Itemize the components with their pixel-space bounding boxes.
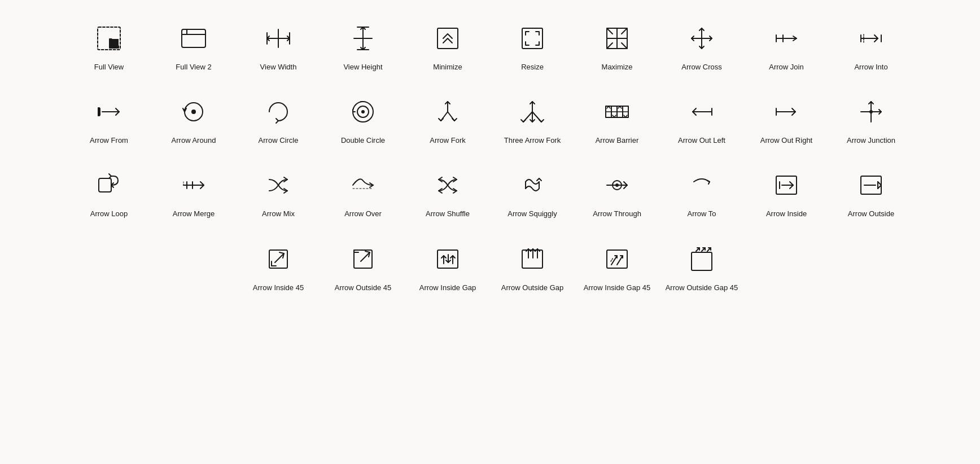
svg-line-87	[617, 256, 623, 265]
arrow-over-label: Arrow Over	[344, 209, 382, 219]
svg-point-34	[361, 110, 365, 113]
arrow-out-right-icon	[769, 95, 803, 129]
arrow-cross-icon	[685, 21, 719, 55]
svg-rect-89	[692, 252, 712, 270]
arrow-inside-gap-icon	[431, 242, 465, 276]
icon-arrow-outside-gap[interactable]: Arrow Outside Gap	[490, 232, 575, 305]
arrow-loop-icon	[92, 168, 126, 202]
maximize-label: Maximize	[602, 62, 633, 72]
icon-arrow-mix[interactable]: Arrow Mix	[236, 158, 321, 231]
svg-line-88	[611, 258, 613, 261]
icon-double-circle[interactable]: Double Circle	[321, 85, 405, 158]
view-width-label: View Width	[260, 62, 297, 72]
icon-arrow-junction[interactable]: Arrow Junction	[829, 85, 913, 158]
arrow-mix-label: Arrow Mix	[262, 209, 295, 219]
icon-arrow-inside-gap-45[interactable]: Arrow Inside Gap 45	[575, 232, 659, 305]
icon-arrow-over[interactable]: Arrow Over	[321, 158, 405, 231]
icon-arrow-barrier[interactable]: Arrow Barrier	[575, 85, 659, 158]
icon-full-view[interactable]: Full View	[67, 11, 151, 85]
icon-resize[interactable]: Resize	[490, 11, 575, 85]
arrow-shuffle-icon	[431, 168, 465, 202]
arrow-out-right-label: Arrow Out Right	[760, 135, 812, 146]
svg-point-52	[869, 110, 873, 113]
icon-arrow-loop[interactable]: Arrow Loop	[67, 158, 151, 231]
icon-arrow-inside-45[interactable]: Arrow Inside 45	[236, 232, 321, 305]
icon-arrow-cross[interactable]: Arrow Cross	[659, 11, 744, 85]
three-arrow-fork-icon	[515, 95, 549, 129]
arrow-inside-45-icon	[261, 242, 295, 276]
arrow-through-label: Arrow Through	[593, 209, 641, 219]
icon-maximize[interactable]: Maximize	[575, 11, 659, 85]
minimize-icon	[431, 21, 465, 55]
arrow-over-icon	[346, 168, 380, 202]
icon-arrow-around[interactable]: Arrow Around	[151, 85, 236, 158]
view-height-label: View Height	[343, 62, 382, 72]
arrow-fork-icon	[431, 95, 465, 129]
icon-view-width[interactable]: View Width	[236, 11, 321, 85]
icon-arrow-from[interactable]: Arrow From	[67, 85, 151, 158]
arrow-join-icon	[769, 21, 803, 55]
full-view-2-icon	[177, 21, 211, 55]
arrow-outside-45-icon	[346, 242, 380, 276]
icon-arrow-merge[interactable]: Arrow Merge	[151, 158, 236, 231]
resize-icon	[515, 21, 549, 55]
icon-arrow-circle[interactable]: Arrow Circle	[236, 85, 321, 158]
svg-rect-2	[182, 29, 205, 47]
icon-arrow-fork[interactable]: Arrow Fork	[405, 85, 490, 158]
arrow-squiggly-label: Arrow Squiggly	[508, 209, 557, 219]
arrow-loop-label: Arrow Loop	[90, 209, 128, 219]
icon-arrow-through[interactable]: Arrow Through	[575, 158, 659, 231]
icon-arrow-shuffle[interactable]: Arrow Shuffle	[405, 158, 490, 231]
resize-label: Resize	[521, 62, 544, 72]
arrow-from-icon	[92, 95, 126, 129]
arrow-into-label: Arrow Into	[854, 62, 887, 72]
arrow-inside-45-label: Arrow Inside 45	[253, 283, 304, 293]
arrow-inside-icon	[769, 168, 803, 202]
svg-line-86	[611, 256, 617, 265]
arrow-mix-icon	[261, 168, 295, 202]
svg-point-62	[615, 183, 619, 187]
double-circle-icon	[346, 95, 380, 129]
arrow-barrier-label: Arrow Barrier	[596, 135, 639, 146]
icon-view-height[interactable]: View Height	[321, 11, 405, 85]
arrow-squiggly-icon	[515, 168, 549, 202]
arrow-junction-label: Arrow Junction	[847, 135, 895, 146]
arrow-circle-icon	[261, 95, 295, 129]
maximize-icon	[600, 21, 634, 55]
icon-arrow-out-right[interactable]: Arrow Out Right	[744, 85, 829, 158]
arrow-outside-gap-label: Arrow Outside Gap	[501, 283, 564, 293]
icon-arrow-inside-gap[interactable]: Arrow Inside Gap	[405, 232, 490, 305]
arrow-outside-icon	[854, 168, 888, 202]
arrow-circle-label: Arrow Circle	[259, 135, 299, 146]
arrow-inside-gap-45-icon	[600, 242, 634, 276]
svg-rect-53	[99, 178, 111, 192]
icon-full-view-2[interactable]: Full View 2	[151, 11, 236, 85]
icon-arrow-join[interactable]: Arrow Join	[744, 11, 829, 85]
icon-arrow-into[interactable]: Arrow Into	[829, 11, 913, 85]
icon-arrow-outside-gap-45[interactable]: Arrow Outside Gap 45	[659, 232, 744, 305]
arrow-around-icon	[177, 95, 211, 129]
arrow-shuffle-label: Arrow Shuffle	[426, 209, 470, 219]
svg-rect-1	[109, 38, 119, 49]
arrow-outside-gap-45-icon	[685, 242, 719, 276]
three-arrow-fork-label: Three Arrow Fork	[504, 135, 561, 146]
svg-rect-85	[607, 250, 627, 268]
arrow-inside-label: Arrow Inside	[766, 209, 807, 219]
arrow-barrier-icon	[600, 95, 634, 129]
double-circle-label: Double Circle	[341, 135, 385, 146]
arrow-outside-gap-icon	[515, 242, 549, 276]
icon-arrow-inside[interactable]: Arrow Inside	[744, 158, 829, 231]
arrow-inside-gap-45-label: Arrow Inside Gap 45	[584, 283, 651, 293]
icon-three-arrow-fork[interactable]: Three Arrow Fork	[490, 85, 575, 158]
arrow-merge-label: Arrow Merge	[173, 209, 215, 219]
view-width-icon	[261, 21, 295, 55]
arrow-fork-label: Arrow Fork	[430, 135, 466, 146]
icon-minimize[interactable]: Minimize	[405, 11, 490, 85]
icon-arrow-squiggly[interactable]: Arrow Squiggly	[490, 158, 575, 231]
icon-arrow-to[interactable]: Arrow To	[659, 158, 744, 231]
icon-arrow-outside-45[interactable]: Arrow Outside 45	[321, 232, 405, 305]
icon-arrow-out-left[interactable]: Arrow Out Left	[659, 85, 744, 158]
arrow-out-left-label: Arrow Out Left	[678, 135, 725, 146]
arrow-cross-label: Arrow Cross	[681, 62, 722, 72]
icon-arrow-outside[interactable]: Arrow Outside	[829, 158, 913, 231]
